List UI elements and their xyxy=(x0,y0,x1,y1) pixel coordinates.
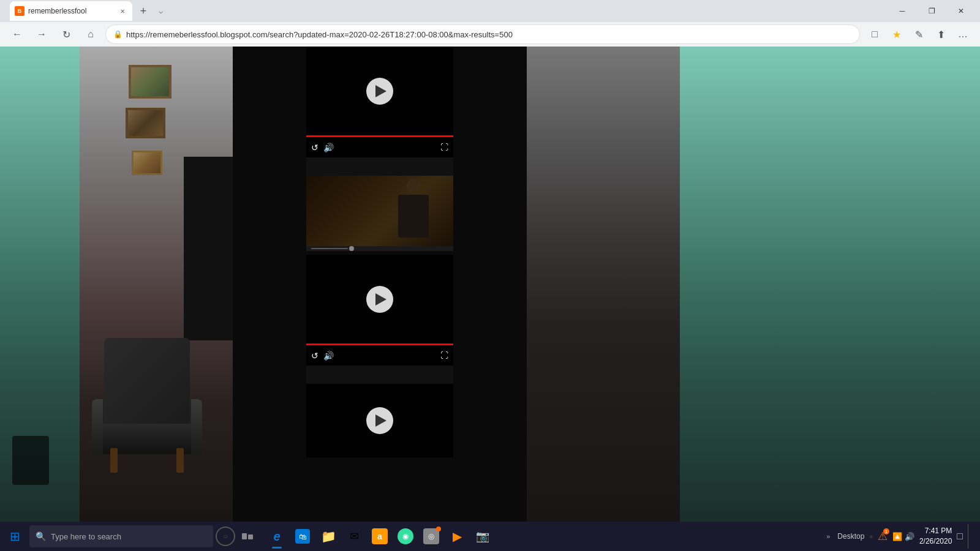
start-button[interactable]: ⊞ xyxy=(2,524,27,549)
progress-bar-1 xyxy=(306,135,453,137)
mail-icon: ✉ xyxy=(347,529,361,544)
cortana-button[interactable]: ○ xyxy=(216,527,235,546)
video-caption-3 xyxy=(306,365,453,384)
lock-icon: 🔒 xyxy=(113,30,123,39)
address-bar[interactable]: 🔒 https://rememeberlessfool.blogspot.com… xyxy=(105,24,860,44)
network-icon[interactable]: 🔼 xyxy=(892,532,902,541)
bookmark-button[interactable]: ★ xyxy=(887,24,907,44)
replay-button-1[interactable]: ↺ xyxy=(311,143,318,152)
play-button-1[interactable] xyxy=(366,78,393,105)
show-desktop-button[interactable] xyxy=(968,524,973,549)
taskbar-clock[interactable]: 7:41 PM 2/26/2020 xyxy=(919,526,952,547)
home-button[interactable]: ⌂ xyxy=(81,24,100,44)
system-tray-icons: 🔼 🔊 xyxy=(892,532,914,541)
overflow-button[interactable]: » xyxy=(824,531,832,541)
volume-button-3[interactable]: 🔊 xyxy=(323,351,334,361)
taskbar-app-edge[interactable]: e xyxy=(265,523,289,550)
settings-button[interactable]: … xyxy=(953,24,973,44)
progress-bar-3 xyxy=(306,343,453,345)
volume-icon[interactable]: 🔊 xyxy=(905,532,914,541)
tab-bar: B rememberlessfool ✕ + ⌵ xyxy=(5,1,886,21)
current-date: 2/26/2020 xyxy=(919,536,952,547)
collections-button[interactable]: ✎ xyxy=(909,24,929,44)
center-left-wall xyxy=(80,47,233,522)
painting-3 xyxy=(132,151,162,175)
nav-bar: ← → ↻ ⌂ 🔒 https://rememeberlessfool.blog… xyxy=(0,22,980,47)
notification-count-badge: 1 xyxy=(883,528,889,534)
play-icon-3 xyxy=(375,293,386,305)
video-caption-1 xyxy=(306,157,453,176)
video-controls-1: ↺ 🔊 ⛶ xyxy=(306,135,453,157)
center-content-area: ↺ 🔊 ⛶ xyxy=(233,47,527,522)
search-icon: 🔍 xyxy=(36,531,46,541)
store-icon: 🛍 xyxy=(295,529,310,544)
fullscreen-button-3[interactable]: ⛶ xyxy=(440,351,448,360)
tripadvisor-icon: ◉ xyxy=(398,528,413,544)
taskbar-app-unknown[interactable]: ◎ xyxy=(419,523,443,550)
edge-icon: e xyxy=(270,529,284,544)
page-content: ↺ 🔊 ⛶ xyxy=(0,47,980,522)
fullscreen-button-1[interactable]: ⛶ xyxy=(440,143,448,152)
replay-button-3[interactable]: ↺ xyxy=(311,351,318,361)
scrubber-bar[interactable] xyxy=(306,246,453,251)
taskbar-apps: e 🛍 📁 ✉ xyxy=(265,523,495,550)
nav-actions: □ ★ ✎ ⬆ … xyxy=(865,24,973,44)
amazon-icon: a xyxy=(372,528,388,544)
play-button-4[interactable] xyxy=(366,407,393,434)
taskbar-search-box[interactable]: 🔍 Type here to search xyxy=(29,525,213,547)
video-screen-4 xyxy=(306,384,453,457)
action-center-button[interactable]: □ xyxy=(957,531,963,542)
right-wall xyxy=(680,47,980,522)
video-player-1: ↺ 🔊 ⛶ xyxy=(306,47,453,157)
volume-button-1[interactable]: 🔊 xyxy=(323,143,334,152)
refresh-button[interactable]: ↻ xyxy=(56,24,76,44)
taskbar-app-camera[interactable]: 📷 xyxy=(470,523,495,550)
task-view-icon xyxy=(242,533,253,539)
title-bar: B rememberlessfool ✕ + ⌵ ─ ❐ ✕ xyxy=(0,0,980,22)
desktop-separator: » xyxy=(869,533,873,540)
progress-fill-3 xyxy=(306,343,453,345)
taskbar-app-tripadvisor[interactable]: ◉ xyxy=(393,523,418,550)
notification-app-icon[interactable]: ⚠ 1 xyxy=(878,530,888,543)
restore-button[interactable]: ❐ xyxy=(918,0,946,22)
play-icon-1 xyxy=(375,85,386,97)
share-button[interactable]: ⬆ xyxy=(931,24,951,44)
painting-2 xyxy=(126,108,165,138)
cortana-icon: ○ xyxy=(223,532,227,541)
video-controls-3: ↺ 🔊 ⛶ xyxy=(306,343,453,365)
close-button[interactable]: ✕ xyxy=(947,0,975,22)
window-controls: ─ ❐ ✕ xyxy=(888,0,975,22)
tab-favicon: B xyxy=(15,6,24,16)
background-image: ↺ 🔊 ⛶ xyxy=(0,47,980,522)
notification-badge xyxy=(436,527,441,531)
desktop-label: Desktop xyxy=(837,532,864,541)
play-button-3[interactable] xyxy=(366,286,393,313)
blog-background: ↺ 🔊 ⛶ xyxy=(0,47,980,522)
task-view-button[interactable] xyxy=(235,523,260,550)
video-screen-3 xyxy=(306,255,453,343)
camera-icon: 📷 xyxy=(475,529,490,544)
taskbar-app-vlc[interactable]: ▶ xyxy=(445,523,469,550)
forward-button[interactable]: → xyxy=(32,24,51,44)
video-screen-1 xyxy=(306,47,453,135)
play-icon-4 xyxy=(375,414,386,427)
search-placeholder-text: Type here to search xyxy=(51,532,121,541)
taskbar-app-amazon[interactable]: a xyxy=(368,523,392,550)
vlc-icon: ▶ xyxy=(450,529,464,544)
active-tab[interactable]: B rememberlessfool ✕ xyxy=(10,1,132,21)
taskbar-system-tray: » Desktop » ⚠ 1 🔼 🔊 7:41 PM 2/26/2020 □ xyxy=(824,524,978,549)
taskbar-app-mail[interactable]: ✉ xyxy=(342,523,366,550)
leather-chair xyxy=(92,338,202,473)
tab-dropdown-button[interactable]: ⌵ xyxy=(152,2,169,20)
sidebar-toggle-button[interactable]: □ xyxy=(865,24,884,44)
minimize-button[interactable]: ─ xyxy=(888,0,916,22)
taskbar-app-files[interactable]: 📁 xyxy=(316,523,341,550)
painting-1 xyxy=(129,65,172,99)
back-button[interactable]: ← xyxy=(7,24,27,44)
video-person-silhouette xyxy=(392,179,435,243)
taskbar-app-store[interactable]: 🛍 xyxy=(290,523,315,550)
taskbar: ⊞ 🔍 Type here to search ○ e xyxy=(0,522,980,551)
new-tab-button[interactable]: + xyxy=(135,2,152,20)
current-time: 7:41 PM xyxy=(919,526,952,536)
tab-close-button[interactable]: ✕ xyxy=(118,6,127,16)
